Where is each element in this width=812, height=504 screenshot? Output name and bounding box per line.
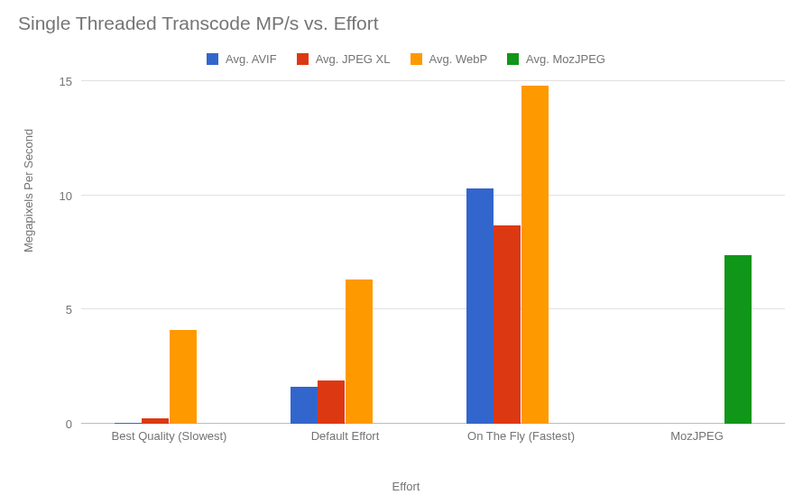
legend-label-jpegxl: Avg. JPEG XL <box>316 52 391 66</box>
bar <box>466 188 494 424</box>
gridline <box>81 308 785 309</box>
bar <box>170 330 197 424</box>
x-tick-label: On The Fly (Fastest) <box>467 429 575 443</box>
gridline <box>81 195 785 196</box>
x-tick-label: Default Effort <box>311 429 380 443</box>
legend-label-mozjpeg: Avg. MozJPEG <box>526 52 605 66</box>
y-tick-label: 0 <box>66 417 81 431</box>
x-axis: Best Quality (Slowest)Default EffortOn T… <box>81 429 785 447</box>
legend-item-avif: Avg. AVIF <box>207 52 277 66</box>
bar <box>494 225 521 424</box>
x-tick-label: MozJPEG <box>670 429 724 443</box>
legend-swatch-avif <box>207 53 218 65</box>
plot-area: 051015 <box>81 81 785 424</box>
y-axis-label: Megapixels Per Second <box>22 129 35 252</box>
bar <box>291 387 318 424</box>
legend-label-webp: Avg. WebP <box>429 52 488 66</box>
bar <box>724 255 752 424</box>
legend-item-jpegxl: Avg. JPEG XL <box>297 52 391 66</box>
legend-item-mozjpeg: Avg. MozJPEG <box>507 52 605 66</box>
bar <box>142 418 169 424</box>
bar <box>115 423 142 424</box>
x-axis-label: Effort <box>0 480 812 493</box>
chart-title: Single Threaded Transcode MP/s vs. Effor… <box>18 13 379 34</box>
y-tick-label: 15 <box>60 75 81 88</box>
chart-container: Single Threaded Transcode MP/s vs. Effor… <box>0 0 812 504</box>
bar <box>318 380 345 424</box>
y-tick-label: 10 <box>60 188 81 202</box>
legend-item-webp: Avg. WebP <box>411 52 488 66</box>
x-tick-label: Best Quality (Slowest) <box>112 429 227 443</box>
legend-label-avif: Avg. AVIF <box>226 52 277 66</box>
bar <box>521 86 549 424</box>
legend-swatch-mozjpeg <box>507 53 519 65</box>
legend: Avg. AVIF Avg. JPEG XL Avg. WebP Avg. Mo… <box>0 52 812 66</box>
legend-swatch-jpegxl <box>297 53 309 65</box>
legend-swatch-webp <box>411 53 422 65</box>
gridline <box>81 80 785 81</box>
bar <box>346 279 373 424</box>
y-tick-label: 5 <box>66 303 81 316</box>
